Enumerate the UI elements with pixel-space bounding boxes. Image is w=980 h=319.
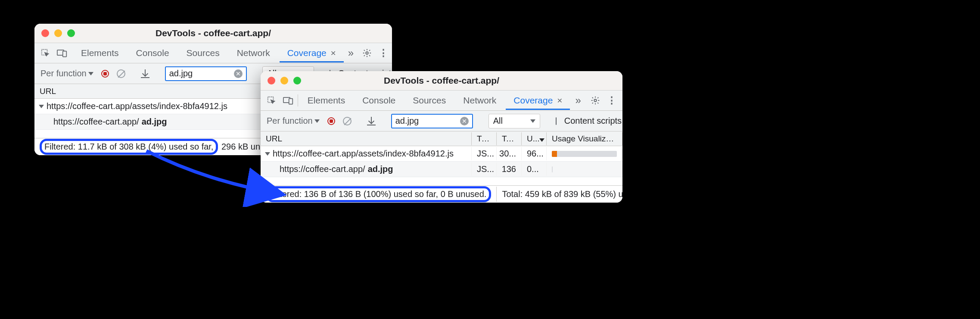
filtered-status-highlight: Filtered: 136 B of 136 B (100%) used so … (266, 186, 491, 202)
cell-viz (547, 149, 622, 159)
filtered-status-text: Filtered: 136 B of 136 B (100%) used so … (271, 189, 486, 199)
minimize-window-icon[interactable] (280, 77, 288, 84)
close-window-icon[interactable] (268, 77, 275, 84)
granularity-label: Per function (40, 69, 87, 78)
tab-coverage-label: Coverage (513, 95, 553, 105)
separator (298, 94, 298, 106)
tab-console[interactable]: Console (355, 91, 403, 110)
sort-desc-icon (539, 138, 544, 142)
col-viz[interactable]: Usage Visualization (547, 132, 622, 145)
chevron-down-icon (530, 119, 535, 123)
more-tabs-icon[interactable]: » (574, 94, 582, 106)
granularity-label: Per function (267, 116, 313, 126)
cell-unused: 96... (522, 147, 547, 160)
tab-coverage[interactable]: Coverage × (280, 44, 344, 63)
tab-coverage-label: Coverage (287, 48, 327, 58)
export-button[interactable] (367, 116, 376, 127)
col-unused[interactable]: U... (522, 132, 547, 145)
table-row[interactable]: https://coffee-cart.app/ad.jpg JS... 136… (261, 162, 622, 177)
coverage-table: https://coffee-cart.app/assets/index-8bf… (261, 146, 622, 185)
type-filter-dropdown[interactable]: All (488, 114, 540, 128)
filtered-status-highlight: Filtered: 11.7 kB of 308 kB (4%) used so… (40, 139, 218, 155)
cell-type: JS... (472, 163, 497, 176)
device-toggle-icon[interactable] (57, 47, 67, 59)
url-text: https://coffee-cart.app/assets/index-8bf… (47, 101, 227, 111)
svg-rect-2 (63, 51, 67, 57)
kebab-menu-icon[interactable]: ⋮ (379, 47, 388, 59)
cell-total: 136 (497, 163, 522, 176)
clear-filter-icon[interactable]: ✕ (460, 117, 469, 125)
col-url[interactable]: URL (261, 132, 472, 145)
tab-elements[interactable]: Elements (73, 44, 127, 63)
minimize-window-icon[interactable] (54, 29, 62, 37)
type-filter-value: All (493, 116, 503, 126)
clear-button[interactable] (343, 116, 352, 127)
export-button[interactable] (141, 68, 149, 79)
cell-unused: 0... (522, 163, 547, 176)
clear-filter-icon[interactable]: ✕ (234, 69, 243, 78)
cell-viz (547, 165, 622, 174)
svg-point-3 (366, 52, 368, 54)
window-titlebar: DevTools - coffee-cart.app/ (261, 71, 622, 90)
window-title: DevTools - coffee-cart.app/ (34, 28, 392, 38)
coverage-toolbar: Per function ad.jpg ✕ All Content script… (261, 111, 622, 131)
more-tabs-icon[interactable]: » (348, 47, 354, 59)
status-bar: Filtered: 136 B of 136 B (100%) used so … (261, 185, 622, 203)
content-scripts-checkbox[interactable] (556, 117, 557, 125)
table-header: URL Ty... To... U... Usage Visualization (261, 131, 622, 146)
table-row[interactable]: https://coffee-cart.app/assets/index-8bf… (261, 146, 622, 162)
devtools-tabstrip: Elements Console Sources Network Coverag… (34, 43, 392, 63)
url-text: https://coffee-cart.app/ (53, 117, 139, 127)
expand-icon[interactable] (39, 105, 44, 108)
url-filter-value: ad.jpg (395, 116, 457, 126)
tab-elements[interactable]: Elements (300, 91, 353, 110)
cell-total: 30... (497, 147, 522, 160)
record-button[interactable] (101, 68, 109, 79)
url-filter-value: ad.jpg (169, 69, 230, 78)
col-type[interactable]: Ty... (472, 132, 497, 145)
tab-network[interactable]: Network (229, 44, 278, 63)
url-match: ad.jpg (368, 164, 393, 174)
url-match: ad.jpg (142, 117, 167, 127)
record-button[interactable] (327, 116, 335, 127)
devtools-tabstrip: Elements Console Sources Network Coverag… (261, 90, 622, 111)
inspect-icon[interactable] (40, 47, 50, 59)
chevron-down-icon (314, 119, 320, 123)
content-scripts-label: Content scripts (564, 116, 622, 126)
close-tab-icon[interactable]: × (331, 48, 336, 58)
filtered-status-text: Filtered: 11.7 kB of 308 kB (4%) used so… (44, 142, 213, 151)
col-total[interactable]: To... (497, 132, 522, 145)
window-titlebar: DevTools - coffee-cart.app/ (34, 24, 392, 43)
chevron-down-icon (88, 72, 93, 75)
settings-gear-icon[interactable] (591, 94, 600, 106)
kebab-menu-icon[interactable]: ⋮ (607, 94, 616, 106)
close-window-icon[interactable] (41, 29, 49, 37)
svg-rect-6 (289, 99, 293, 104)
window-title: DevTools - coffee-cart.app/ (261, 75, 622, 86)
total-status-text: Total: 459 kB of 839 kB (55%) used so fa… (496, 187, 622, 202)
inspect-icon[interactable] (267, 94, 276, 106)
close-tab-icon[interactable]: × (557, 95, 562, 105)
url-filter-input[interactable]: ad.jpg ✕ (165, 66, 247, 81)
clear-button[interactable] (117, 68, 125, 79)
url-filter-input[interactable]: ad.jpg ✕ (391, 114, 473, 128)
tab-network[interactable]: Network (455, 91, 504, 110)
tab-console[interactable]: Console (128, 44, 177, 63)
url-text: https://coffee-cart.app/assets/index-8bf… (273, 149, 454, 159)
granularity-dropdown[interactable]: Per function (40, 69, 93, 78)
granularity-dropdown[interactable]: Per function (267, 116, 320, 126)
device-toggle-icon[interactable] (283, 94, 293, 106)
zoom-window-icon[interactable] (67, 29, 75, 37)
svg-point-7 (594, 99, 597, 102)
expand-icon[interactable] (265, 152, 270, 156)
tab-sources[interactable]: Sources (179, 44, 227, 63)
tab-coverage[interactable]: Coverage × (506, 91, 570, 110)
tab-sources[interactable]: Sources (405, 91, 454, 110)
cell-type: JS... (472, 147, 497, 160)
settings-gear-icon[interactable] (362, 47, 372, 59)
zoom-window-icon[interactable] (293, 77, 301, 84)
url-text: https://coffee-cart.app/ (280, 164, 365, 174)
